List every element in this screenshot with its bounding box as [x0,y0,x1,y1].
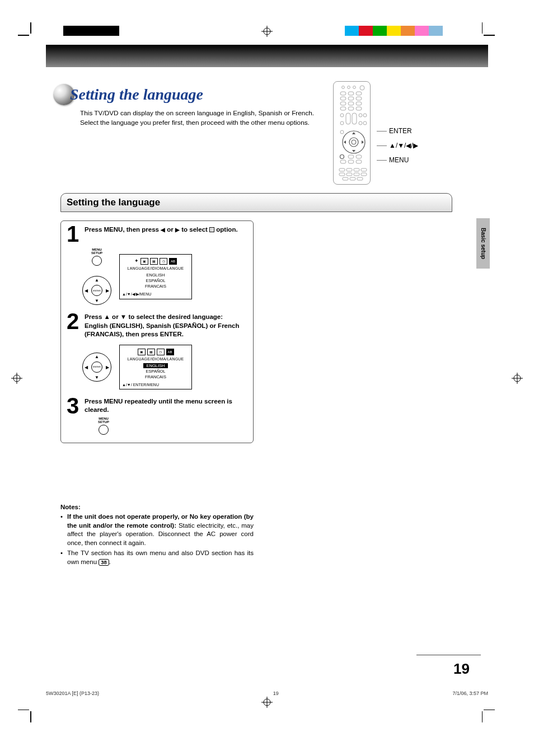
step-text: Press MENU repeatedly until the menu scr… [85,397,247,415]
callout-menu: MENU [389,156,409,164]
svg-point-33 [340,121,344,125]
selected-language: ENGLISH [143,363,168,368]
step-number: 1 [67,226,81,242]
side-tab: Basic setup [476,218,490,269]
notes-title: Notes: [60,504,254,510]
grid-icon: ▦ [150,258,158,265]
note-item: The TV section has its own menu and also… [60,549,254,566]
svg-rect-42 [356,155,362,158]
svg-point-34 [359,121,362,125]
right-arrow-icon: ▶ [175,227,180,233]
svg-rect-53 [361,173,367,176]
svg-point-39 [352,140,356,144]
svg-point-35 [363,121,367,125]
svg-rect-56 [357,177,363,180]
svg-rect-55 [350,177,355,180]
timer-icon: ◷ [160,258,167,265]
svg-rect-43 [340,160,346,163]
menu-setup-button-icon: MENUSETUP [87,248,107,266]
picture-icon: ▣ [138,349,146,355]
svg-rect-21 [356,97,362,100]
step-text: Press ▲ or ▼ to select the desired langu… [85,313,247,339]
crop-mark [18,35,29,36]
svg-rect-23 [348,102,354,105]
step-number: 2 [67,313,81,339]
svg-rect-16 [340,92,346,95]
notes-section: Notes: If the unit does not operate prop… [60,504,254,568]
svg-rect-19 [340,97,346,100]
svg-point-40 [340,155,344,159]
svg-rect-41 [348,155,354,158]
grid-icon: ▦ [147,349,155,355]
section-heading: Setting the language [60,193,452,212]
crop-mark [482,711,483,722]
svg-rect-51 [346,173,352,176]
svg-rect-49 [361,168,367,171]
svg-rect-17 [348,92,354,95]
note-item: If the unit does not operate properly, o… [60,513,254,547]
footer-left: 5W30201A [E] (P13-23) [46,691,99,696]
callout-enter: ENTER [389,127,412,135]
svg-rect-31 [346,113,350,124]
dpad-icon: ENTER ▲▼◀▶ [82,353,111,382]
page-number: 19 [453,660,470,678]
menu-option-icon [209,227,214,232]
svg-rect-52 [354,173,359,176]
dpad-icon: ENTER ▲▼◀▶ [82,276,111,305]
crop-mark [30,22,31,34]
svg-point-14 [353,86,356,89]
crop-mark [30,711,31,722]
svg-rect-54 [343,177,348,180]
header-gradient-bar [46,45,488,67]
registration-chips-left [63,26,175,36]
footer-right: 7/1/06, 3:57 PM [452,691,488,696]
crop-mark [482,22,483,34]
callout-arrows: ▲/▼/◀/▶ [389,142,418,149]
svg-rect-22 [340,102,346,105]
svg-rect-44 [348,160,354,163]
svg-rect-25 [340,107,346,110]
crop-mark [18,710,29,711]
svg-rect-26 [348,107,354,110]
registration-mark-icon [261,26,273,37]
svg-rect-48 [354,168,359,171]
steps-container: 1 Press MENU, then press ◀ or ▶ to selec… [60,220,254,443]
footer-center: 19 [273,691,279,696]
svg-rect-27 [356,107,362,110]
registration-mark-icon [11,373,22,384]
page-reference: 38 [99,559,109,566]
svg-point-13 [348,86,350,89]
svg-rect-45 [356,160,362,163]
left-arrow-icon: ◀ [161,227,165,233]
picture-icon: ▣ [140,258,148,265]
svg-rect-18 [356,92,362,95]
footer-info: 5W30201A [E] (P13-23) 19 7/1/06, 3:57 PM [46,691,488,696]
page-number-rule [416,655,481,655]
svg-point-28 [340,114,344,117]
language-icon: AB [169,258,177,265]
svg-point-29 [359,114,362,117]
step-text: Press MENU, then press ◀ or ▶ to select … [85,226,238,242]
svg-point-38 [349,138,358,147]
crop-mark [484,710,495,711]
svg-rect-24 [356,102,362,105]
language-icon: AB [166,349,174,355]
remote-icon [334,82,371,185]
svg-rect-20 [348,97,354,100]
page-description: This TV/DVD can display the on screen la… [80,109,326,127]
registration-mark-icon [512,373,523,384]
svg-rect-32 [352,113,357,124]
svg-point-12 [342,86,345,89]
page-title: Setting the language [70,86,203,104]
osd-screen: ▣ ▦ ◷ AB LANGUAGE/IDIOMA/LANGUE ENGLISH … [119,345,192,389]
svg-rect-46 [339,168,345,171]
remote-diagram: ENTER ▲/▼/◀/▶ MENU [333,81,445,185]
menu-setup-button-icon: MENUSETUP [93,417,114,435]
nav-arrows-icon: ✦ [134,258,139,265]
svg-point-15 [360,86,364,90]
svg-point-36 [340,130,344,134]
timer-icon: ◷ [157,349,165,355]
svg-rect-50 [339,173,345,176]
step-number: 3 [67,397,81,415]
osd-screen: ✦ ▣ ▦ ◷ AB LANGUAGE/IDIOMA/LANGUE ENGLIS… [119,254,192,299]
